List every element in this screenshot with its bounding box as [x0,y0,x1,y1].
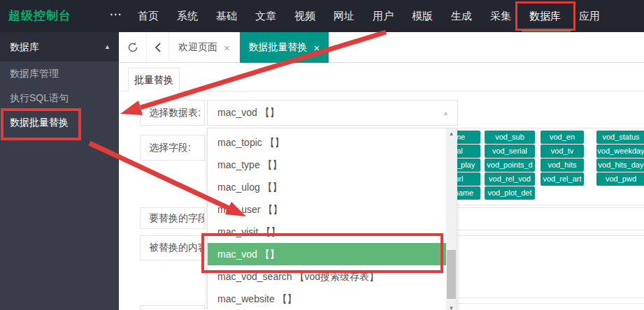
topnav-item-database[interactable]: 数据库 [520,0,570,32]
topnav-item-video[interactable]: 视频 [285,0,324,32]
active-nav-indicator [522,29,571,31]
replace-field-label: 要替换的字段... [140,207,205,229]
replaced-content-label: 被替换的内容... [140,235,205,260]
field-tag[interactable]: vod_serial [485,145,535,158]
dropdown-option-mac-vod-search[interactable]: mac_vod_search 【vod搜索缓存表】 [208,265,446,288]
sidebar-group-database[interactable]: 数据库 ▲ [0,32,119,61]
topnav-item-basic[interactable]: 基础 [207,0,246,32]
tab-batch-replace-label: 数据批量替换 [249,41,308,54]
field-tag[interactable]: vod_weekday [596,145,644,158]
chevron-up-icon: ▲ [443,101,449,126]
table-select[interactable]: mac_vod 【】 ▲ [207,100,458,126]
back-button[interactable] [147,32,169,63]
topnav-item-home[interactable]: 首页 [129,0,168,32]
scroll-down-icon[interactable]: ▼ [446,303,457,310]
topnav-item-app[interactable]: 应用 [570,0,609,32]
dropdown-option-mac-type[interactable]: mac_type 【】 [208,154,446,176]
dropdown-option-mac-website[interactable]: mac_website 【】 [208,288,446,310]
field-tag[interactable]: vod_status [596,131,644,144]
field-tag[interactable]: vod_tv [541,145,584,158]
close-icon[interactable]: × [314,42,320,54]
topnav-item-system[interactable]: 系统 [168,0,207,32]
topnav-item-article[interactable]: 文章 [246,0,285,32]
field-tag[interactable]: vod_hits [541,158,584,172]
topnav-item-generate[interactable]: 生成 [442,0,481,32]
menu-collapse-icon[interactable]: ⋯ [105,0,126,29]
sidebar-item-exec-sql[interactable]: 执行SQL语句 [0,86,119,110]
field-tag[interactable]: vod_pwd [596,172,644,186]
sidebar: 数据库 ▲ 数据库管理 执行SQL语句 数据批量替换 [0,32,119,310]
app-header: 超级控制台 ⋯ 首页 系统 基础 文章 视频 网址 用户 模版 生成 采集 数据… [0,0,644,32]
field-tag[interactable]: vod_en [541,131,584,144]
refresh-button[interactable] [119,32,147,63]
field-tag[interactable]: vod_points_d [485,158,535,172]
dropdown-option-mac-vod[interactable]: mac_vod 【】 [208,243,446,265]
tab-welcome-label: 欢迎页面 [178,41,217,54]
app-root: 超级控制台 ⋯ 首页 系统 基础 文章 视频 网址 用户 模版 生成 采集 数据… [0,0,644,310]
top-nav: 首页 系统 基础 文章 视频 网址 用户 模版 生成 采集 数据库 应用 [129,0,609,32]
topnav-item-template[interactable]: 模版 [403,0,442,32]
dropdown-option-mac-ulog[interactable]: mac_ulog 【】 [208,176,446,198]
sidebar-item-batch-replace[interactable]: 数据批量替换 [0,110,119,135]
tab-welcome[interactable]: 欢迎页面 × [169,32,240,63]
sidebar-item-db-manage[interactable]: 数据库管理 [0,61,119,86]
table-select-value: mac_vod 【】 [217,107,280,119]
field-tag[interactable]: vod_rel_art [541,172,584,186]
fields-label: 选择字段: [140,135,205,161]
close-icon[interactable]: × [224,42,230,54]
field-tag[interactable]: vod_plot_det [485,186,535,200]
topnav-item-url[interactable]: 网址 [324,0,364,32]
scroll-up-icon[interactable]: ▲ [446,128,457,140]
topnav-item-collect[interactable]: 采集 [481,0,520,32]
dropdown-scrollbar[interactable]: ▲ ▼ [446,128,457,310]
refresh-icon [127,41,139,54]
dropdown-list: mac_topic 【】 mac_type 【】 mac_ulog 【】 mac… [208,131,446,310]
content-tab-divider [119,91,644,91]
table-select-dropdown: mac_topic 【】 mac_type 【】 mac_ulog 【】 mac… [207,128,457,310]
dropdown-option-mac-visit[interactable]: mac_visit 【】 [208,221,446,243]
content-tab-batch-replace[interactable]: 批量替换 [128,68,180,91]
chevron-left-icon [153,42,163,53]
tab-batch-replace[interactable]: 数据批量替换 × [240,32,329,63]
app-logo: 超级控制台 [8,0,71,32]
table-select-label: 选择数据表: [140,100,205,126]
dropdown-option-mac-topic[interactable]: mac_topic 【】 [208,131,446,154]
next-row-label [140,305,205,310]
field-tag[interactable]: vod_rel_vod [485,172,535,186]
chevron-up-icon: ▲ [104,32,110,61]
topnav-item-user[interactable]: 用户 [364,0,403,32]
field-tag[interactable]: vod_sub [485,131,535,144]
dropdown-option-mac-user[interactable]: mac_user 【】 [208,198,446,221]
sidebar-group-label: 数据库 [10,41,39,52]
page-tabbar: 欢迎页面 × 数据批量替换 × [119,32,644,63]
scrollbar-thumb[interactable] [447,250,456,299]
field-tag[interactable]: vod_hits_day [596,158,644,172]
